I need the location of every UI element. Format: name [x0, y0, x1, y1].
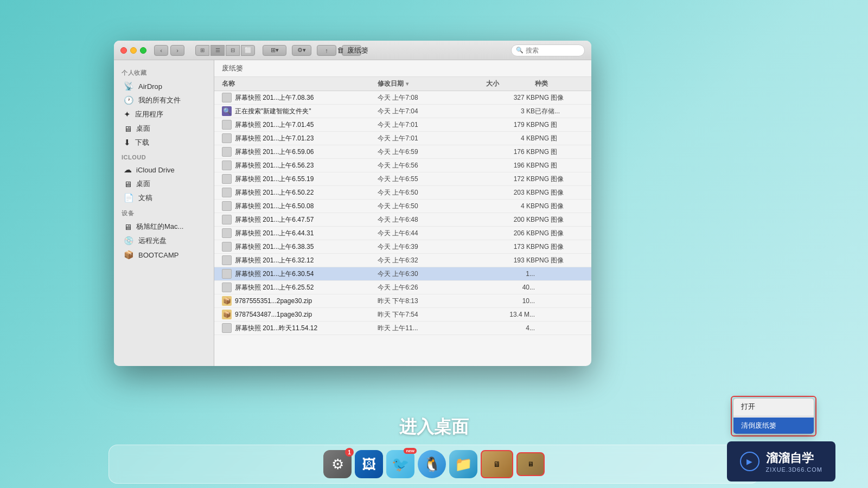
- sidebar-item-desktop[interactable]: 🖥 桌面: [116, 121, 212, 136]
- file-thumb: 📦: [222, 296, 232, 306]
- file-modified: 今天 上午6:30: [378, 269, 486, 279]
- file-row[interactable]: 屏幕快照 201...上午6.59.06 今天 上午6:59 176 KB PN…: [214, 145, 591, 159]
- file-row[interactable]: 屏幕快照 201...上午6.30.54 今天 上午6:30 1...: [214, 267, 591, 281]
- file-row[interactable]: 屏幕快照 201...上午6.55.19 今天 上午6:55 172 KB PN…: [214, 172, 591, 186]
- file-row[interactable]: 📦 9787543487...1page30.zip 昨天 下午7:54 13.…: [214, 308, 591, 322]
- allfiles-icon: 🕐: [124, 95, 134, 105]
- traffic-lights: [120, 47, 146, 54]
- dock-item-qq[interactable]: 🐧: [418, 450, 446, 478]
- file-size: 10...: [486, 297, 535, 305]
- title-bar: ‹ › ⊞ ☰ ⊟ ⬜ ⊞▾ ⚙▾ ↑ ○ 🗑 废纸篓 🔍: [114, 41, 591, 60]
- sidebar-item-airdrop[interactable]: 📡 AirDrop: [116, 79, 212, 93]
- file-name-cell: 屏幕快照 201...上午6.44.31: [222, 228, 378, 238]
- file-name-cell: 📦 9787543487...1page30.zip: [222, 310, 378, 319]
- search-bar[interactable]: 🔍: [511, 44, 585, 56]
- sidebar-item-mac[interactable]: 🖥 杨旭红的Mac...: [116, 220, 212, 234]
- file-row[interactable]: 屏幕快照 201...上午6.56.23 今天 上午6:56 196 KB PN…: [214, 159, 591, 172]
- sidebar-item-apps[interactable]: ✦ 应用程序: [116, 107, 212, 121]
- finder-icon: 📁: [455, 456, 472, 473]
- file-size: 206 KB: [486, 229, 535, 237]
- file-row[interactable]: 屏幕快照 201...上午6.44.31 今天 上午6:44 206 KB PN…: [214, 227, 591, 240]
- arrange-button[interactable]: ⊞▾: [263, 45, 286, 56]
- file-size: 173 KB: [486, 243, 535, 251]
- col-modified-header[interactable]: 修改日期 ▾: [378, 79, 486, 88]
- finder-window: ‹ › ⊞ ☰ ⊟ ⬜ ⊞▾ ⚙▾ ↑ ○ 🗑 废纸篓 🔍 个人收藏: [114, 41, 591, 366]
- file-row[interactable]: 屏幕快照 201...上午6.50.08 今天 上午6:50 4 KB PNG …: [214, 200, 591, 213]
- file-row[interactable]: 屏幕快照 201...昨天11.54.12 昨天 上午11... 4...: [214, 322, 591, 335]
- back-button[interactable]: ‹: [154, 45, 168, 56]
- file-row[interactable]: 📦 9787555351...2page30.zip 昨天 下午8:13 10.…: [214, 294, 591, 308]
- sidebar-item-downloads[interactable]: ⬇ 下载: [116, 136, 212, 150]
- file-size: 200 KB: [486, 216, 535, 223]
- sidebar-item-allfiles[interactable]: 🕐 我的所有文件: [116, 93, 212, 107]
- file-name-cell: 屏幕快照 201...上午6.50.08: [222, 201, 378, 211]
- dock-item-screen2[interactable]: 🖥: [516, 452, 545, 476]
- sidebar-item-icloud-desktop[interactable]: 🖥 桌面: [116, 177, 212, 191]
- search-input[interactable]: [526, 47, 580, 54]
- col-name-header[interactable]: 名称: [222, 79, 378, 88]
- file-kind: PNG 图像: [535, 202, 584, 211]
- view-coverflow-button[interactable]: ⬜: [241, 45, 255, 56]
- file-thumb: [222, 269, 232, 279]
- file-modified: 昨天 下午7:54: [378, 310, 486, 319]
- context-menu-empty-trash[interactable]: 清倒废纸篓: [733, 418, 814, 434]
- watermark-text: 溜溜自学 ZIXUE.3D66.COM: [766, 450, 822, 473]
- window-title: 🗑 废纸篓: [337, 46, 368, 55]
- file-size: 13.4 M...: [486, 311, 535, 318]
- col-kind-header[interactable]: 种类: [535, 79, 584, 88]
- settings-icon: ⚙: [331, 456, 344, 473]
- col-size-header[interactable]: 大小: [486, 79, 535, 88]
- file-modified: 今天 上午6:26: [378, 283, 486, 292]
- minimize-button[interactable]: [130, 47, 137, 54]
- action-button[interactable]: ⚙▾: [292, 45, 311, 56]
- context-menu-divider: [733, 416, 814, 416]
- file-row[interactable]: 🔍 正在搜索"新建智能文件夹" 今天 上午7:04 3 KB 已存储...: [214, 105, 591, 118]
- sidebar-item-remote-disk[interactable]: 💿 远程光盘: [116, 234, 212, 248]
- file-name: 屏幕快照 201...上午7.01.45: [235, 120, 314, 130]
- file-kind: PNG 图像: [535, 242, 584, 252]
- file-name: 屏幕快照 201...上午7.08.36: [235, 93, 314, 102]
- view-icon-button[interactable]: ⊞: [195, 45, 209, 56]
- file-name: 屏幕快照 201...昨天11.54.12: [235, 324, 317, 333]
- file-row[interactable]: 屏幕快照 201...上午7.01.23 今天 上午7:01 4 KB PNG …: [214, 132, 591, 145]
- sidebar-item-bootcamp[interactable]: 📦 BOOTCAMP: [116, 248, 212, 262]
- file-row[interactable]: 屏幕快照 201...上午7.08.36 今天 上午7:08 327 KB PN…: [214, 91, 591, 105]
- dock-item-photos[interactable]: 🖼: [355, 450, 383, 478]
- file-thumb: 🔍: [222, 106, 232, 116]
- file-kind: PNG 图: [535, 120, 584, 130]
- dock-item-finder[interactable]: 📁: [449, 450, 477, 478]
- file-thumb: [222, 323, 232, 333]
- file-row[interactable]: 屏幕快照 201...上午6.38.35 今天 上午6:39 173 KB PN…: [214, 240, 591, 254]
- file-row[interactable]: 屏幕快照 201...上午6.50.22 今天 上午6:50 203 KB PN…: [214, 186, 591, 200]
- dock-item-twitter[interactable]: 🐦 new: [386, 450, 414, 478]
- view-list-button[interactable]: ☰: [210, 45, 225, 56]
- view-column-button[interactable]: ⊟: [226, 45, 240, 56]
- maximize-button[interactable]: [140, 47, 146, 54]
- file-kind: PNG 图像: [535, 188, 584, 197]
- file-name-cell: 屏幕快照 201...上午6.25.52: [222, 282, 378, 292]
- dock-item-settings[interactable]: ⚙ 1: [323, 450, 352, 478]
- file-kind: PNG 图: [535, 161, 584, 170]
- file-thumb: [222, 242, 232, 252]
- twitter-icon: 🐦: [392, 456, 409, 473]
- file-name: 屏幕快照 201...上午6.38.35: [235, 242, 314, 252]
- file-name: 屏幕快照 201...上午7.01.23: [235, 134, 314, 143]
- sidebar-item-docs[interactable]: 📄 文稿: [116, 191, 212, 205]
- file-size: 327 KB: [486, 94, 535, 101]
- file-row[interactable]: 屏幕快照 201...上午6.47.57 今天 上午6:48 200 KB PN…: [214, 213, 591, 227]
- file-size: 172 KB: [486, 175, 535, 183]
- file-row[interactable]: 屏幕快照 201...上午6.25.52 今天 上午6:26 40...: [214, 281, 591, 294]
- trash-icon: 🗑: [337, 46, 344, 54]
- file-name-cell: 屏幕快照 201...上午7.08.36: [222, 93, 378, 102]
- forward-button[interactable]: ›: [170, 45, 184, 56]
- sidebar-item-icloud-drive[interactable]: ☁ iCloud Drive: [116, 163, 212, 177]
- file-kind: PNG 图像: [535, 175, 584, 184]
- share-button[interactable]: ↑: [317, 45, 336, 56]
- icloud-drive-icon: ☁: [124, 165, 132, 175]
- close-button[interactable]: [120, 47, 127, 54]
- context-menu-open[interactable]: 打开: [733, 399, 814, 415]
- file-list-area: 废纸篓 名称 修改日期 ▾ 大小 种类 屏: [214, 60, 591, 366]
- dock-item-screen1[interactable]: 🖥: [481, 450, 513, 478]
- file-row[interactable]: 屏幕快照 201...上午7.01.45 今天 上午7:01 179 KB PN…: [214, 118, 591, 132]
- file-row[interactable]: 屏幕快照 201...上午6.32.12 今天 上午6:32 193 KB PN…: [214, 254, 591, 267]
